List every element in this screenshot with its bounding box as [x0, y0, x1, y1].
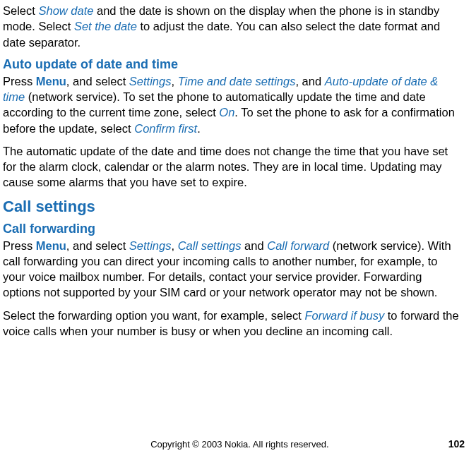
paragraph-auto-update-note: The automatic update of the date and tim…: [3, 143, 462, 191]
ui-term-time-date-settings: Time and date settings: [178, 75, 296, 88]
ui-term-confirm-first: Confirm first: [134, 122, 197, 135]
paragraph-call-forward-steps: Press Menu, and select Settings, Call se…: [3, 238, 462, 301]
heading-auto-update: Auto update of date and time: [3, 57, 462, 72]
text: and: [242, 239, 268, 252]
heading-call-settings: Call settings: [3, 198, 462, 216]
ui-term-call-forward: Call forward: [267, 239, 329, 252]
text: Select the forwarding option you want, f…: [3, 309, 304, 322]
page-number: 102: [448, 438, 465, 450]
heading-call-forwarding: Call forwarding: [3, 222, 462, 236]
text: .: [197, 122, 201, 135]
text: , and: [295, 75, 324, 88]
page-content: Select Show date and the date is shown o…: [0, 0, 476, 339]
ui-term-menu: Menu: [36, 75, 66, 88]
text: ,: [171, 239, 177, 252]
text: , and select: [66, 75, 129, 88]
ui-term-on: On: [219, 106, 234, 119]
copyright-text: Copyright © 2003 Nokia. All rights reser…: [31, 439, 448, 450]
paragraph-show-date: Select Show date and the date is shown o…: [3, 3, 462, 50]
text: , and select: [66, 239, 129, 252]
ui-term-set-the-date: Set the date: [74, 20, 137, 32]
text: Select: [3, 4, 38, 17]
ui-term-menu: Menu: [36, 239, 66, 252]
paragraph-forward-if-busy: Select the forwarding option you want, f…: [3, 308, 462, 339]
ui-term-show-date: Show date: [38, 4, 93, 17]
ui-term-forward-if-busy: Forward if busy: [304, 309, 384, 322]
page-footer: Copyright © 2003 Nokia. All rights reser…: [0, 438, 476, 450]
ui-term-settings: Settings: [129, 75, 172, 88]
ui-term-call-settings: Call settings: [178, 239, 242, 252]
text: Press: [3, 75, 36, 88]
ui-term-settings: Settings: [129, 239, 172, 252]
text: Press: [3, 239, 36, 252]
text: ,: [171, 75, 177, 88]
paragraph-auto-update-steps: Press Menu, and select Settings, Time an…: [3, 73, 462, 136]
